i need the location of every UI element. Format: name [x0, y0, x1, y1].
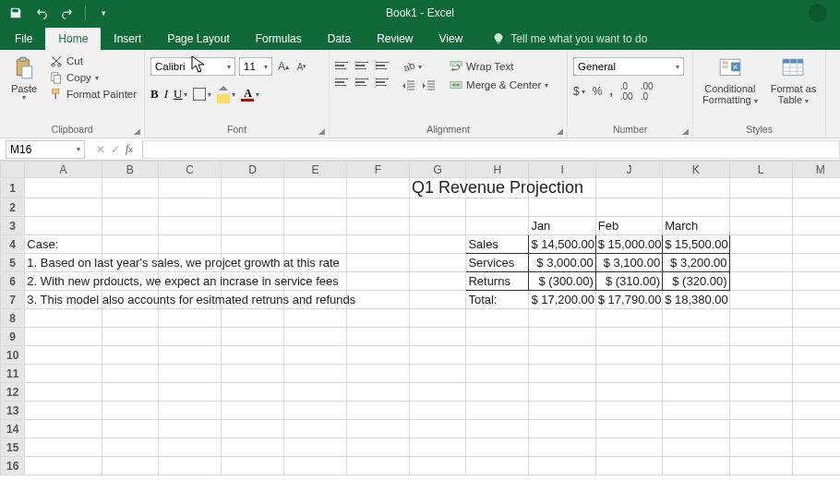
format-painter-button[interactable]: Format Painter	[48, 87, 138, 102]
align-right-button[interactable]	[376, 76, 390, 89]
wrap-text-button[interactable]: Wrap Text	[448, 59, 550, 74]
qat-customize-icon[interactable]: ▾	[95, 5, 112, 21]
cell-K1[interactable]	[663, 178, 729, 198]
cell-E16[interactable]	[284, 457, 347, 475]
redo-button[interactable]	[59, 5, 76, 21]
col-header-H[interactable]: H	[466, 162, 529, 178]
cell-L12[interactable]	[729, 383, 792, 402]
cell-F3[interactable]	[347, 217, 410, 235]
cell-C12[interactable]	[159, 383, 222, 402]
percent-format-button[interactable]: %	[593, 85, 603, 98]
fx-icon[interactable]: fx	[126, 142, 133, 156]
cell-D6[interactable]	[222, 272, 284, 291]
cell-A3[interactable]	[25, 217, 102, 235]
cell-F12[interactable]	[347, 383, 410, 402]
cell-K6[interactable]: $ (320.00)	[663, 272, 729, 291]
cell-E15[interactable]	[284, 438, 347, 457]
row-header-8[interactable]: 8	[1, 309, 25, 328]
cell-H6[interactable]: Returns	[466, 272, 529, 291]
increase-decimal-button[interactable]: .0.00	[620, 81, 633, 102]
col-header-F[interactable]: F	[347, 162, 410, 178]
cell-I4[interactable]: $ 14,500.00	[529, 235, 595, 254]
cell-E3[interactable]	[284, 217, 347, 235]
cell-M6[interactable]	[792, 272, 840, 291]
cell-H9[interactable]	[466, 328, 529, 346]
cell-A4[interactable]: Case:	[25, 235, 102, 254]
cell-B4[interactable]	[102, 235, 158, 254]
col-header-A[interactable]: A	[25, 162, 102, 178]
cell-I7[interactable]: $ 17,200.00	[529, 291, 595, 309]
cell-C16[interactable]	[159, 457, 222, 475]
cell-D16[interactable]	[222, 457, 284, 475]
cell-F13[interactable]	[347, 402, 410, 420]
col-header-E[interactable]: E	[284, 162, 347, 178]
underline-button[interactable]: U▾	[174, 87, 187, 102]
cell-D8[interactable]	[222, 309, 284, 328]
cell-H8[interactable]	[466, 309, 529, 328]
cell-H7[interactable]: Total:	[466, 291, 529, 309]
select-all-corner[interactable]	[1, 162, 25, 178]
cell-B16[interactable]	[102, 457, 158, 475]
cell-E1[interactable]	[284, 178, 347, 198]
cell-C3[interactable]	[159, 217, 222, 235]
cell-F16[interactable]	[347, 457, 410, 475]
worksheet-grid[interactable]: ABCDEFGHIJKLM1Q1 Revenue Projection23Jan…	[0, 161, 840, 504]
cell-D11[interactable]	[222, 365, 284, 383]
cell-M8[interactable]	[792, 309, 840, 328]
cell-C6[interactable]	[159, 272, 222, 291]
cell-H1[interactable]	[466, 178, 529, 198]
cell-E5[interactable]	[284, 254, 347, 272]
cell-L10[interactable]	[729, 346, 792, 365]
cell-A11[interactable]	[25, 365, 102, 383]
cell-L9[interactable]	[729, 328, 792, 346]
cell-E8[interactable]	[284, 309, 347, 328]
cell-K12[interactable]	[663, 383, 729, 402]
cell-A13[interactable]	[25, 402, 102, 420]
cell-F7[interactable]	[347, 291, 410, 309]
col-header-B[interactable]: B	[102, 162, 158, 178]
cell-M11[interactable]	[792, 365, 840, 383]
col-header-C[interactable]: C	[159, 162, 222, 178]
cell-K4[interactable]: $ 15,500.00	[663, 235, 729, 254]
tab-formulas[interactable]: Formulas	[243, 28, 315, 50]
cell-K10[interactable]	[663, 346, 729, 365]
cell-A14[interactable]	[25, 420, 102, 438]
cell-K8[interactable]	[663, 309, 729, 328]
merge-center-button[interactable]: Merge & Center ▾	[448, 78, 550, 92]
tab-insert[interactable]: Insert	[101, 28, 154, 50]
cell-K14[interactable]	[663, 420, 729, 438]
cell-M5[interactable]	[792, 254, 840, 272]
cell-F10[interactable]	[347, 346, 410, 365]
cell-I14[interactable]	[529, 420, 595, 438]
cell-J3[interactable]: Feb	[595, 217, 662, 235]
cell-M3[interactable]	[792, 217, 840, 235]
cell-E9[interactable]	[284, 328, 347, 346]
cell-J10[interactable]	[595, 346, 662, 365]
cell-I2[interactable]	[529, 198, 595, 217]
cell-H3[interactable]	[466, 217, 529, 235]
cell-L11[interactable]	[729, 365, 792, 383]
cell-K11[interactable]	[663, 365, 729, 383]
cell-B15[interactable]	[102, 438, 158, 457]
tab-page-layout[interactable]: Page Layout	[154, 28, 242, 50]
cell-G2[interactable]	[410, 198, 466, 217]
fill-color-button[interactable]: ▾	[217, 85, 235, 103]
align-bottom-button[interactable]	[376, 59, 390, 72]
cell-G5[interactable]	[410, 254, 466, 272]
cell-E2[interactable]	[284, 198, 347, 217]
number-launcher-icon[interactable]: ◢	[682, 126, 689, 136]
cell-M9[interactable]	[792, 328, 840, 346]
cell-D13[interactable]	[222, 402, 284, 420]
cell-I8[interactable]	[529, 309, 595, 328]
cell-E7[interactable]	[284, 291, 347, 309]
cell-C8[interactable]	[159, 309, 222, 328]
cell-K16[interactable]	[663, 457, 729, 475]
cell-H5[interactable]: Services	[466, 254, 529, 272]
cell-I10[interactable]	[529, 346, 595, 365]
decrease-font-icon[interactable]: A▾	[294, 59, 309, 74]
conditional-formatting-button[interactable]: ≠ ConditionalFormatting ▾	[699, 54, 762, 108]
row-header-2[interactable]: 2	[1, 198, 25, 217]
cell-C10[interactable]	[159, 346, 222, 365]
cancel-formula-icon[interactable]: ✕	[96, 143, 105, 156]
tab-home[interactable]: Home	[45, 28, 101, 50]
